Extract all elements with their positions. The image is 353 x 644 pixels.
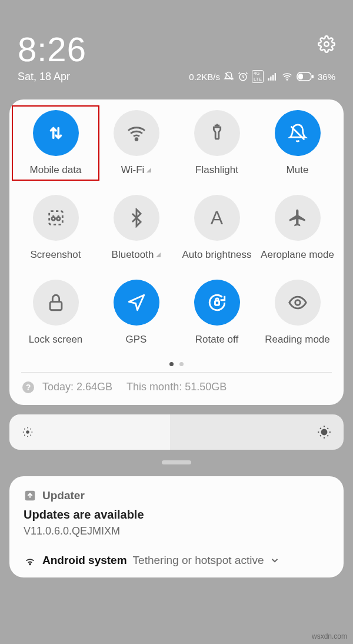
svg-point-26 — [322, 430, 327, 435]
lock-icon — [33, 280, 79, 326]
svg-rect-8 — [298, 74, 303, 79]
usage-month: This month: 51.50GB — [126, 381, 227, 393]
tile-auto-bright[interactable]: AAuto brightness — [176, 195, 257, 261]
screenshot-icon — [33, 195, 79, 241]
arrows-updown-icon — [33, 110, 79, 156]
tile-gps[interactable]: GPS — [96, 280, 176, 346]
clock-time: 8:26 — [18, 29, 86, 69]
notification-title: Updates are available — [24, 508, 329, 522]
lte-badge: 4GLTE — [252, 70, 264, 83]
network-speed: 0.2KB/s — [189, 72, 220, 82]
usage-today: Today: 2.64GB — [42, 381, 112, 393]
brightness-high-icon — [317, 424, 332, 440]
rotate-lock-icon — [194, 280, 240, 326]
svg-point-17 — [26, 430, 29, 434]
tile-label: Rotate off — [195, 334, 238, 346]
chevron-down-icon — [269, 555, 280, 566]
tile-rotate-lock[interactable]: Rotate off — [176, 280, 257, 346]
tile-label: Flashlight — [195, 164, 238, 176]
notification-card[interactable]: Updater Updates are available V11.0.6.0.… — [9, 476, 344, 577]
svg-point-13 — [56, 217, 60, 221]
gear-icon — [318, 35, 335, 53]
svg-point-21 — [31, 431, 32, 433]
data-usage-row[interactable]: ? Today: 2.64GB This month: 51.50GB — [15, 373, 338, 394]
tile-bluetooth[interactable]: Bluetooth — [96, 195, 176, 261]
svg-point-18 — [27, 427, 28, 429]
tile-label: Screenshot — [31, 249, 81, 261]
svg-point-28 — [29, 564, 31, 565]
notification-app-name: Updater — [42, 489, 85, 502]
notification-app-row: Updater — [24, 489, 329, 502]
expand-indicator-icon — [156, 253, 161, 257]
pager-dot — [169, 362, 174, 366]
svg-point-19 — [27, 436, 28, 437]
svg-point-16 — [295, 300, 300, 306]
svg-rect-9 — [312, 75, 314, 78]
svg-point-0 — [324, 42, 329, 47]
tile-mute[interactable]: Mute — [257, 110, 338, 176]
drag-handle[interactable] — [162, 460, 191, 464]
signal-icon — [267, 71, 278, 82]
flashlight-icon — [194, 110, 240, 156]
status-bar: 0.2KB/s 4GLTE 36% — [189, 70, 335, 83]
tile-label: Aeroplane mode — [261, 249, 334, 261]
expand-indicator-icon — [146, 168, 151, 172]
svg-rect-2 — [268, 78, 269, 81]
svg-point-6 — [287, 79, 288, 81]
watermark: wsxdn.com — [312, 632, 347, 640]
svg-point-22 — [24, 429, 25, 430]
notification-second-row[interactable]: Android system Tethering or hotspot acti… — [24, 554, 329, 567]
question-icon: ? — [22, 381, 34, 393]
tile-wifi[interactable]: Wi-Fi — [96, 110, 176, 176]
brightness-low-icon — [21, 426, 34, 439]
quick-settings-panel: Mobile dataWi-FiFlashlightMuteScreenshot… — [9, 99, 344, 405]
tile-screenshot[interactable]: Screenshot — [15, 195, 96, 261]
battery-percent: 36% — [318, 72, 335, 82]
notification-subtitle: V11.0.6.0.QEJMIXM — [24, 525, 329, 537]
alarm-icon — [238, 71, 248, 82]
tile-arrows-updown[interactable]: Mobile data — [12, 105, 99, 181]
eye-icon — [275, 280, 321, 326]
auto-bright-icon: A — [194, 195, 240, 241]
bluetooth-icon — [114, 195, 159, 241]
svg-point-23 — [30, 434, 31, 436]
brightness-slider[interactable] — [9, 414, 344, 450]
tile-eye[interactable]: Reading mode — [257, 280, 338, 346]
tile-label: Mobile data — [30, 164, 82, 176]
pager-dot — [179, 362, 184, 366]
svg-rect-15 — [215, 301, 219, 305]
mute-icon — [275, 110, 321, 156]
gps-icon — [114, 280, 159, 326]
notification-second-text: Tethering or hotspot active — [133, 554, 264, 567]
date-label: Sat, 18 Apr — [18, 71, 70, 83]
battery-icon — [297, 72, 314, 81]
tile-label: Auto brightness — [182, 249, 251, 261]
svg-point-12 — [51, 217, 55, 221]
dnd-off-icon — [224, 71, 234, 82]
svg-rect-4 — [272, 75, 274, 81]
updater-app-icon — [24, 489, 36, 502]
page-indicator — [15, 362, 338, 366]
notification-second-app: Android system — [42, 554, 127, 567]
tile-label: Wi-Fi — [121, 164, 152, 176]
settings-button[interactable] — [318, 35, 335, 55]
svg-point-24 — [24, 434, 25, 436]
tile-lock[interactable]: Lock screen — [15, 280, 96, 346]
svg-rect-3 — [270, 77, 271, 81]
svg-rect-14 — [50, 302, 62, 310]
tile-flashlight[interactable]: Flashlight — [176, 110, 257, 176]
hotspot-icon — [24, 554, 36, 567]
tile-label: Bluetooth — [112, 249, 161, 261]
tile-airplane[interactable]: Aeroplane mode — [257, 195, 338, 261]
tile-label: GPS — [126, 334, 147, 346]
tile-label: Lock screen — [29, 334, 83, 346]
svg-point-25 — [30, 429, 31, 430]
svg-point-20 — [23, 431, 24, 433]
airplane-icon — [275, 195, 321, 241]
svg-point-10 — [135, 138, 138, 141]
wifi-status-icon — [281, 71, 293, 82]
notification-shade-header: 8:26 Sat, 18 Apr 0.2KB/s 4GLTE 36% — [0, 0, 353, 95]
tile-label: Reading mode — [265, 334, 330, 346]
wifi-icon — [114, 110, 159, 156]
tile-label: Mute — [287, 164, 309, 176]
